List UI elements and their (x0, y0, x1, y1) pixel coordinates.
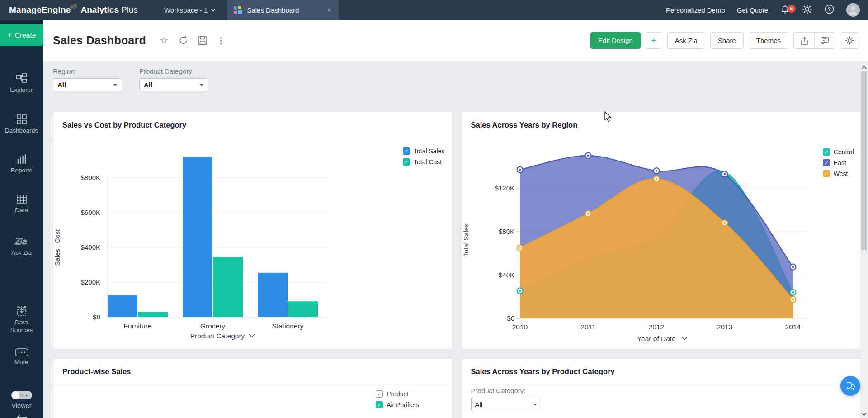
settings-button[interactable] (802, 4, 812, 16)
page-title: Sales Dashboard (53, 34, 146, 47)
notification-badge: 5 (787, 5, 796, 13)
legend-item-west[interactable]: ✓ West (823, 170, 854, 177)
add-button[interactable]: + (646, 32, 662, 49)
save-icon[interactable] (198, 36, 207, 45)
sidebar-item-label: Dashboards (5, 127, 38, 135)
svg-text:Grocery: Grocery (200, 322, 225, 330)
tab-sales-dashboard[interactable]: Sales Dashboard × (227, 0, 339, 20)
sidebar-item-data[interactable]: Data (0, 194, 43, 214)
workspace-selector[interactable]: Workspace - 1 (164, 6, 216, 14)
dashboard-header: Sales Dashboard ☆ ⋮ Edit Design + Ask Zi… (43, 20, 868, 61)
svg-text:Product Category: Product Category (190, 332, 245, 340)
svg-text:2011: 2011 (580, 323, 595, 331)
scroll-down-arrow[interactable] (860, 410, 868, 418)
legend-label: Air Purifiers (387, 401, 419, 408)
dashboard-tab-icon (234, 6, 242, 14)
card-filter-value: All (475, 401, 483, 408)
ask-zia-button[interactable]: Ask Zia (667, 32, 705, 49)
legend-item-central[interactable]: ✓ Central (823, 148, 854, 156)
product-category-filter-dropdown[interactable]: All (139, 78, 208, 91)
legend-label: West (834, 170, 848, 177)
sidebar-item-more[interactable]: More (0, 348, 43, 366)
export-button[interactable] (794, 33, 814, 48)
avatar[interactable] (846, 3, 860, 17)
card-product-wise-sales: Product-wise Sales ✓ Product ✓ Air Purif… (53, 358, 453, 418)
brand-logo: ManageEngine Analytics Plus (0, 5, 146, 15)
personalized-demo-link[interactable]: Personalized Demo (666, 6, 725, 14)
tab-close-icon[interactable]: × (327, 6, 331, 14)
data-sources-icon (16, 305, 28, 317)
chevron-down-icon (211, 9, 216, 12)
zia-icon: Zia (14, 235, 29, 247)
workspace-label: Workspace - 1 (164, 6, 208, 14)
more-options-icon[interactable]: ⋮ (217, 36, 225, 46)
toggle-off-switch[interactable]: OFF (11, 391, 32, 399)
legend-item-total-sales[interactable]: ✓ Total Sales (403, 147, 444, 155)
scrollbar-thumb[interactable] (861, 71, 867, 250)
viewer-label: Viewer (11, 402, 31, 410)
scroll-up-arrow[interactable] (860, 63, 868, 71)
help-button[interactable]: ? (824, 4, 835, 16)
svg-text:$600K: $600K (81, 209, 100, 216)
comment-icon (820, 36, 829, 45)
legend-label: East (834, 159, 846, 166)
share-button[interactable]: Share (710, 32, 744, 49)
product-category-filter-value: All (144, 81, 152, 89)
create-button[interactable]: + Create (0, 24, 43, 46)
notifications-button[interactable]: 5 (780, 4, 790, 16)
tab-label: Sales Dashboard (247, 6, 322, 14)
sidebar-item-ask-zia[interactable]: Zia Ask Zia (0, 235, 43, 257)
checkbox-icon[interactable]: ✓ (403, 147, 410, 155)
checkbox-icon[interactable]: ✓ (376, 390, 383, 398)
get-quote-link[interactable]: Get Quote (737, 6, 768, 14)
checkbox-icon[interactable]: ✓ (403, 158, 410, 166)
sidebar-item-explorer[interactable]: Explorer (0, 73, 43, 94)
sidebar-item-reports[interactable]: Reports (0, 154, 43, 175)
sidebar-item-dashboards[interactable]: Dashboards (0, 114, 43, 135)
gear-icon (802, 4, 812, 14)
checkbox-icon[interactable]: ✓ (823, 159, 830, 166)
chevron-down-icon (533, 404, 537, 406)
legend-label: Total Sales (414, 147, 444, 155)
svg-text:Stationery: Stationery (272, 322, 304, 330)
reports-icon (16, 154, 27, 165)
dashboard-settings-button[interactable] (840, 32, 859, 49)
comments-button[interactable] (814, 33, 835, 48)
viewer-toggle[interactable]: OFF Viewer (0, 391, 43, 410)
legend-item-air-purifiers[interactable]: ✓ Air Purifiers (376, 401, 419, 408)
checkbox-icon[interactable]: ✓ (823, 170, 830, 177)
refresh-icon[interactable] (179, 36, 188, 45)
checkbox-icon[interactable]: ✓ (823, 148, 830, 156)
sidebar-item-data-sources[interactable]: Data Sources (0, 305, 43, 334)
favorite-star-icon[interactable]: ☆ (160, 36, 169, 46)
dashboards-icon (16, 114, 27, 125)
svg-text:$120K: $120K (495, 184, 514, 192)
edit-design-button[interactable]: Edit Design (590, 32, 641, 49)
card-title: Sales vs Cost by Product Category (62, 121, 186, 129)
sidebar-item-label: Explorer (10, 86, 33, 94)
area-chart-legend: ✓ Central ✓ East ✓ West (823, 148, 854, 177)
data-table-icon (16, 194, 27, 204)
legend-item-east[interactable]: ✓ East (823, 159, 854, 166)
card-filter-dropdown[interactable]: All (471, 398, 541, 411)
bar-chart[interactable]: $0$200K$400K$600K$800KFurnitureGrocerySt… (53, 138, 448, 349)
brand-swoosh-icon (69, 3, 78, 11)
vertical-scrollbar[interactable] (860, 63, 868, 418)
main-area: Sales Dashboard ☆ ⋮ Edit Design + Ask Zi… (43, 20, 868, 418)
legend-item-product[interactable]: ✓ Product (376, 390, 419, 398)
legend-item-total-cost[interactable]: ✓ Total Cost (403, 158, 444, 166)
support-chat-button[interactable] (840, 376, 860, 396)
card-title: Product-wise Sales (62, 367, 131, 376)
themes-button[interactable]: Themes (749, 32, 788, 49)
collapse-arrow-icon (16, 414, 28, 418)
card-filter-label: Product Category: (471, 387, 541, 394)
collapse-sidebar-button[interactable] (0, 414, 43, 418)
region-filter-dropdown[interactable]: All (53, 78, 122, 91)
svg-text:$0: $0 (507, 314, 514, 322)
area-chart[interactable]: $0$40K$80K$120K20102011201220132014Year … (462, 138, 859, 349)
plus-icon: + (7, 30, 12, 40)
card-title: Sales Across Years by Product Category (471, 367, 615, 376)
svg-text:Total Sales: Total Sales (462, 223, 470, 256)
svg-text:$800K: $800K (81, 174, 100, 181)
checkbox-icon[interactable]: ✓ (376, 401, 383, 408)
